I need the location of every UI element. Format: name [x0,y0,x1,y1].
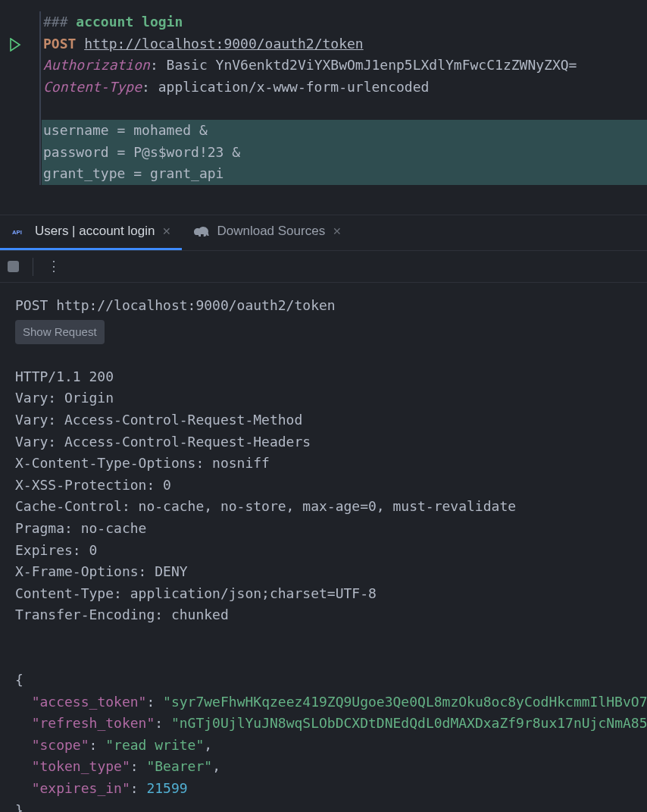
response-header: X-Content-Type-Options: nosniff [15,455,270,471]
svg-text:API: API [12,229,22,236]
stop-button[interactable] [8,261,19,272]
tab-strip: APIUsers | account login✕Download Source… [0,215,647,251]
request-line: POST http://localhost:9000/oauth2/token [15,297,336,313]
response-header: Expires: 0 [15,542,97,558]
tool-strip: ⋮ [0,251,647,283]
response-header: Vary: Access-Control-Request-Method [15,412,302,428]
response-header: Vary: Origin [15,390,114,406]
run-icon[interactable] [9,36,21,58]
elephant-icon [194,226,209,238]
api-icon: API [12,226,27,238]
response-header: Cache-Control: no-cache, no-store, max-a… [15,498,516,514]
response-header: Pragma: no-cache [15,520,146,536]
response-header: Transfer-Encoding: chunked [15,607,229,622]
gutter [0,36,30,58]
more-icon[interactable]: ⋮ [47,256,59,277]
close-icon[interactable]: ✕ [162,221,171,243]
tab-label: Download Sources [217,221,325,243]
request-code[interactable]: ### account login POST http://localhost:… [39,11,647,185]
show-request-button[interactable]: Show Request [15,320,105,345]
response-panel: POST http://localhost:9000/oauth2/token … [0,283,647,812]
tab-users-account-login[interactable]: APIUsers | account login✕ [0,215,182,250]
editor-pane: ### account login POST http://localhost:… [0,0,647,215]
status-line: HTTP/1.1 200 [15,368,114,384]
response-header: X-XSS-Protection: 0 [15,477,171,493]
response-header: X-Frame-Options: DENY [15,563,188,579]
response-header: Content-Type: application/json;charset=U… [15,585,377,601]
response-header: Vary: Access-Control-Request-Headers [15,434,311,450]
tab-label: Users | account login [35,221,155,243]
close-icon[interactable]: ✕ [333,221,342,243]
separator [33,258,33,276]
tab-download-sources[interactable]: Download Sources✕ [182,215,352,250]
